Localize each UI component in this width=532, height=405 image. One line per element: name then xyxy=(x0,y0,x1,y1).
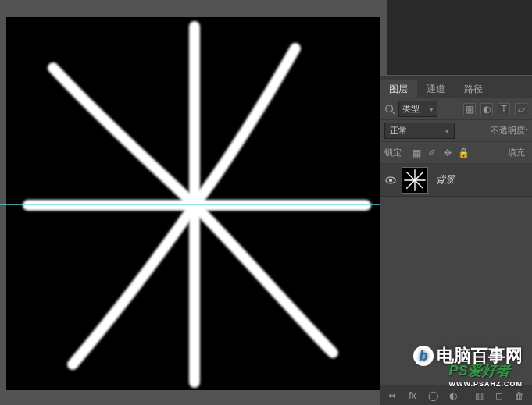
canvas-viewport xyxy=(0,0,387,405)
lock-row: 锁定: ▦ ✐ ✥ 🔒 填充: xyxy=(380,142,532,164)
link-layers-icon[interactable]: ⇔ xyxy=(386,389,398,402)
watermark-ps-text: PS爱好者 xyxy=(449,363,510,378)
fx-icon[interactable]: fx xyxy=(406,389,419,402)
watermark-logo-icon: b xyxy=(413,346,434,366)
opacity-label: 不透明度: xyxy=(491,125,527,137)
tab-layers[interactable]: 图层 xyxy=(380,80,417,98)
watermark-ps: PS爱好者 WWW.PSAHZ.COM xyxy=(449,361,523,388)
layer-kind-label: 类型 xyxy=(402,103,420,115)
watermark-ps-url: WWW.PSAHZ.COM xyxy=(449,380,523,388)
new-layer-icon[interactable]: ◻ xyxy=(493,389,505,402)
svg-line-1 xyxy=(392,111,395,114)
lock-position-icon[interactable]: ✥ xyxy=(441,147,454,159)
search-icon xyxy=(384,104,395,115)
trash-icon[interactable]: 🗑 xyxy=(513,389,526,402)
filter-shape-icon[interactable]: ▱ xyxy=(515,103,527,115)
layer-row[interactable]: 背景 xyxy=(380,164,532,197)
mask-icon[interactable]: ◯ xyxy=(427,389,439,402)
blend-row: 正常 ▾ 不透明度: xyxy=(380,120,532,142)
tab-channels[interactable]: 通道 xyxy=(417,80,455,98)
lock-transparency-icon[interactable]: ▦ xyxy=(410,147,423,159)
lock-all-icon[interactable]: 🔒 xyxy=(457,147,470,159)
layer-name[interactable]: 背景 xyxy=(436,173,455,187)
lock-label: 锁定: xyxy=(384,147,404,158)
adjustment-layer-icon[interactable]: ◐ xyxy=(447,389,459,402)
layer-list: 背景 xyxy=(380,164,532,197)
blend-mode-select[interactable]: 正常 ▾ xyxy=(384,123,455,139)
layer-thumbnail[interactable] xyxy=(402,167,428,194)
fill-label: 填充: xyxy=(508,147,527,158)
filter-text-icon[interactable]: T xyxy=(498,103,510,115)
layer-visibility-toggle[interactable] xyxy=(380,175,402,186)
filter-adjust-icon[interactable]: ◐ xyxy=(480,103,493,115)
document-canvas[interactable] xyxy=(6,17,380,390)
tab-paths[interactable]: 路径 xyxy=(455,80,492,98)
svg-point-0 xyxy=(386,105,393,112)
filter-row: 类型 ▾ ▦ ◐ T ▱ xyxy=(380,98,532,120)
filter-pixel-icon[interactable]: ▦ xyxy=(463,103,476,115)
svg-point-3 xyxy=(389,178,392,181)
lock-pixels-icon[interactable]: ✐ xyxy=(426,147,438,159)
chevron-down-icon: ▾ xyxy=(445,127,449,135)
group-icon[interactable]: ▥ xyxy=(473,389,485,402)
chevron-down-icon: ▾ xyxy=(430,105,434,113)
panel-tabs: 图层 通道 路径 xyxy=(380,80,532,98)
eye-icon xyxy=(385,175,396,186)
guide-vertical[interactable] xyxy=(195,0,195,405)
layer-kind-select[interactable]: 类型 ▾ xyxy=(398,101,437,117)
guide-horizontal[interactable] xyxy=(0,204,387,205)
blend-mode-value: 正常 xyxy=(390,125,407,137)
